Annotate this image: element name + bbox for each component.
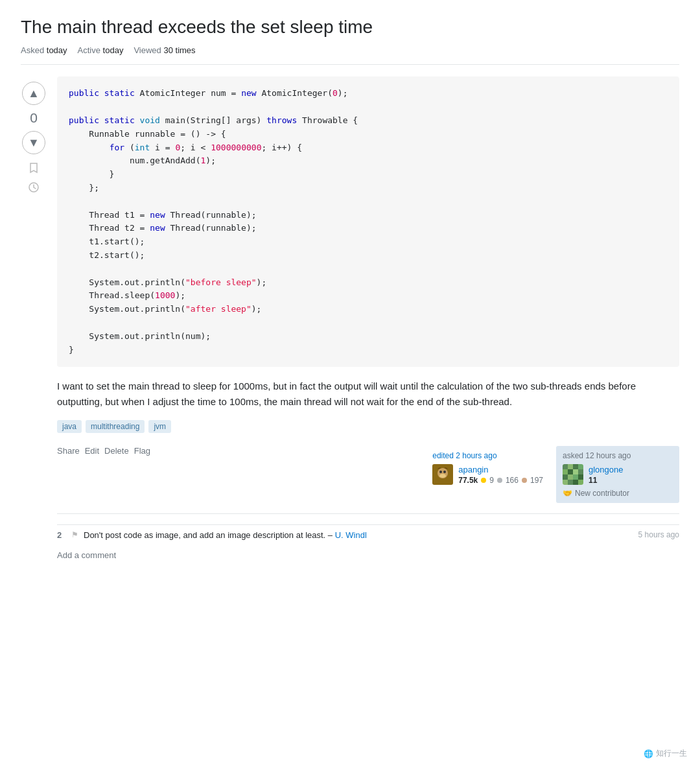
svg-rect-12 — [568, 469, 573, 474]
svg-rect-14 — [578, 469, 583, 474]
svg-point-3 — [439, 471, 442, 473]
comment-vote[interactable]: 2 — [57, 530, 66, 540]
svg-rect-20 — [568, 480, 573, 485]
svg-rect-21 — [573, 480, 578, 485]
svg-rect-19 — [563, 480, 568, 485]
tag-jvm[interactable]: jvm — [148, 420, 171, 433]
tags-container: java multithreading jvm — [57, 420, 679, 433]
svg-rect-17 — [573, 474, 578, 480]
history-icon[interactable] — [28, 181, 40, 193]
asker-card: asked 12 hours ago — [556, 446, 679, 503]
tag-multithreading[interactable]: multithreading — [86, 420, 145, 433]
svg-rect-8 — [568, 464, 573, 469]
comment-author-link[interactable]: U. Windl — [335, 530, 367, 540]
active-meta: Active today — [78, 45, 124, 55]
editor-info: apangin 77.5k 9 166 197 — [458, 465, 543, 485]
page-title: The main thread exceeds the set sleep ti… — [21, 16, 679, 39]
user-cards: edited 2 hours ago — [426, 446, 679, 503]
content-area: ▲ 0 ▼ public static AtomicInteger num = … — [21, 76, 679, 560]
asker-inner: glongone 11 — [563, 464, 673, 485]
editor-rep: 77.5k 9 166 197 — [458, 476, 543, 485]
svg-rect-9 — [573, 464, 578, 469]
svg-rect-13 — [573, 469, 578, 474]
silver-badge-dot — [497, 478, 502, 483]
svg-rect-15 — [563, 474, 568, 480]
new-contributor-icon: 🤝 — [563, 489, 572, 498]
editor-avatar — [432, 464, 453, 485]
editor-inner: apangin 77.5k 9 166 197 — [432, 464, 543, 485]
viewed-meta: Viewed 30 times — [134, 45, 195, 55]
code-block: public static AtomicInteger num = new At… — [57, 76, 679, 367]
asker-rep: 11 — [589, 476, 624, 485]
svg-point-5 — [439, 474, 446, 478]
vote-column: ▲ 0 ▼ — [21, 76, 47, 560]
bronze-badge-dot — [522, 478, 527, 483]
svg-rect-18 — [578, 474, 583, 480]
asker-info: glongone 11 — [589, 465, 624, 485]
svg-rect-11 — [563, 469, 568, 474]
bookmark-icon[interactable] — [28, 162, 40, 174]
comment-item: 2 ⚑ Don't post code as image, and add an… — [57, 524, 679, 545]
action-bar: Share Edit Delete Flag edited 2 hours ag… — [57, 446, 679, 503]
editor-when: edited 2 hours ago — [432, 451, 543, 460]
divider — [57, 513, 679, 514]
add-comment-link[interactable]: Add a comment — [57, 550, 116, 560]
comments-section: 2 ⚑ Don't post code as image, and add an… — [57, 524, 679, 545]
comment-time: 5 hours ago — [638, 530, 679, 539]
asker-username[interactable]: glongone — [589, 465, 624, 474]
svg-rect-16 — [568, 474, 573, 480]
editor-card: edited 2 hours ago — [426, 446, 550, 490]
asker-avatar — [563, 464, 583, 485]
meta-bar: Asked today Active today Viewed 30 times — [21, 45, 679, 65]
editor-username[interactable]: apangin — [458, 465, 488, 474]
gold-badge-dot — [481, 478, 486, 483]
description-text: I want to set the main thread to sleep f… — [57, 379, 679, 410]
asker-when: asked 12 hours ago — [563, 451, 673, 460]
vote-up-button[interactable]: ▲ — [22, 82, 45, 105]
post-body: public static AtomicInteger num = new At… — [57, 76, 679, 560]
comment-flag-icon[interactable]: ⚑ — [71, 530, 78, 539]
edit-link[interactable]: Edit — [85, 446, 99, 456]
vote-count: 0 — [30, 108, 38, 128]
vote-down-button[interactable]: ▼ — [22, 131, 45, 154]
comment-text: Don't post code as image, and add an ima… — [84, 530, 633, 540]
svg-rect-22 — [578, 480, 583, 485]
svg-rect-7 — [563, 464, 568, 469]
svg-point-4 — [443, 471, 446, 473]
share-link[interactable]: Share — [57, 446, 80, 456]
delete-link[interactable]: Delete — [104, 446, 129, 456]
flag-link[interactable]: Flag — [134, 446, 150, 456]
editor-when-link[interactable]: edited 2 hours ago — [432, 451, 496, 460]
svg-rect-10 — [578, 464, 583, 469]
asked-meta: Asked today — [21, 45, 67, 55]
new-contributor-badge: 🤝 New contributor — [563, 489, 673, 498]
tag-java[interactable]: java — [57, 420, 82, 433]
action-links: Share Edit Delete Flag — [57, 446, 426, 456]
